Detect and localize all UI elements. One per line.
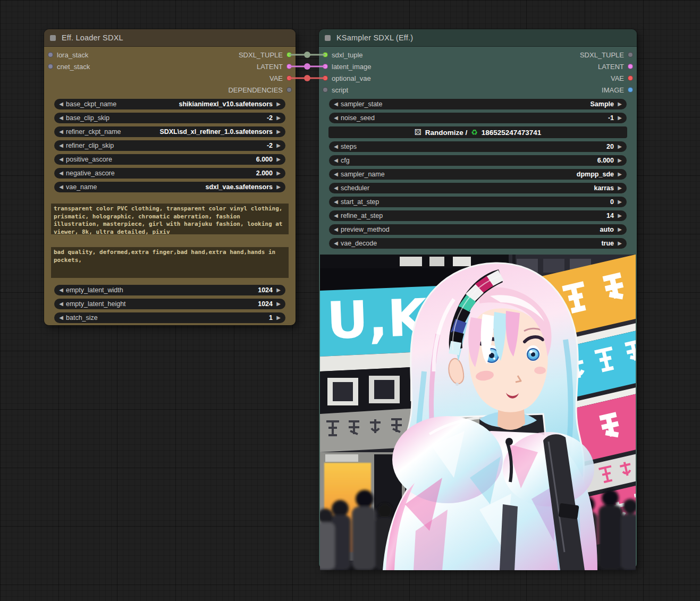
widget-base-ckpt-name[interactable]: ◀ base_ckpt_name shikianimexl_v10.safete… (54, 99, 285, 109)
widget-refiner-clip-skip[interactable]: ◀ refiner_clip_skip -2 ▶ (54, 140, 285, 151)
port-label: LATENT (598, 63, 624, 71)
decrement-arrow-icon[interactable]: ◀ (332, 169, 340, 180)
increment-arrow-icon[interactable]: ▶ (615, 183, 624, 193)
decrement-arrow-icon[interactable]: ◀ (57, 285, 65, 295)
increment-arrow-icon[interactable]: ▶ (274, 312, 283, 323)
port-dot-icon[interactable] (628, 52, 633, 57)
widget-vae-name[interactable]: ◀ vae_name sdxl_vae.safetensors ▶ (54, 182, 285, 192)
decrement-arrow-icon[interactable]: ◀ (57, 312, 65, 323)
widget-refine-at-step[interactable]: ◀ refine_at_step 14 ▶ (329, 210, 627, 221)
port-dot-icon[interactable] (286, 87, 292, 92)
widget-negative-ascore[interactable]: ◀ negative_ascore 2.000 ▶ (54, 168, 285, 179)
increment-arrow-icon[interactable]: ▶ (274, 285, 283, 295)
increment-arrow-icon[interactable]: ▶ (274, 182, 283, 192)
widget-empty-latent-height[interactable]: ◀ empty_latent_height 1024 ▶ (54, 299, 285, 309)
output-port-sdxl-tuple[interactable]: SDXL_TUPLE (580, 51, 633, 59)
increment-arrow-icon[interactable]: ▶ (615, 224, 624, 235)
port-dot-icon[interactable] (628, 87, 633, 92)
port-dot-icon[interactable] (628, 75, 633, 81)
widget-preview-method[interactable]: ◀ preview_method auto ▶ (329, 224, 627, 235)
widget-sampler-state[interactable]: ◀ sampler_state Sample ▶ (329, 99, 627, 109)
decrement-arrow-icon[interactable]: ◀ (57, 299, 65, 309)
output-port-latent[interactable]: LATENT (257, 63, 292, 71)
decrement-arrow-icon[interactable]: ◀ (332, 197, 340, 207)
increment-arrow-icon[interactable]: ▶ (615, 197, 624, 207)
decrement-arrow-icon[interactable]: ◀ (332, 99, 340, 109)
input-port-sdxl-tuple[interactable]: sdxl_tuple (323, 51, 363, 59)
decrement-arrow-icon[interactable]: ◀ (332, 224, 340, 235)
widget-cfg[interactable]: ◀ cfg 6.000 ▶ (329, 155, 627, 166)
increment-arrow-icon[interactable]: ▶ (274, 140, 283, 151)
widget-refiner-ckpt-name[interactable]: ◀ refiner_ckpt_name SDXL\sd_xl_refiner_1… (54, 126, 285, 137)
widget-sampler-name[interactable]: ◀ sampler_name dpmpp_sde ▶ (329, 169, 627, 180)
increment-arrow-icon[interactable]: ▶ (274, 168, 283, 179)
randomize-seed-button[interactable]: ⚄ Randomize / ♻ 186525247473741 (328, 126, 627, 138)
decrement-arrow-icon[interactable]: ◀ (57, 126, 65, 137)
graph-canvas[interactable]: Eff. Loader SDXL lora_stack SDXL_TUPLE (0, 0, 700, 601)
port-dot-icon[interactable] (48, 64, 53, 69)
output-port-latent[interactable]: LATENT (598, 63, 633, 71)
decrement-arrow-icon[interactable]: ◀ (332, 238, 340, 249)
node-ksampler-sdxl-eff[interactable]: KSampler SDXL (Eff.) sdxl_tuple SDXL_TUP… (319, 29, 637, 569)
decrement-arrow-icon[interactable]: ◀ (57, 182, 65, 192)
output-port-image[interactable]: IMAGE (602, 86, 633, 94)
port-label: SDXL_TUPLE (239, 51, 283, 59)
port-dot-icon[interactable] (628, 64, 633, 69)
increment-arrow-icon[interactable]: ▶ (615, 155, 624, 166)
widget-batch-size[interactable]: ◀ batch_size 1 ▶ (54, 312, 285, 323)
collapse-box-icon[interactable] (325, 35, 331, 41)
decrement-arrow-icon[interactable]: ◀ (332, 210, 340, 221)
decrement-arrow-icon[interactable]: ◀ (57, 99, 65, 109)
increment-arrow-icon[interactable]: ▶ (274, 299, 283, 309)
input-port-script[interactable]: script (323, 86, 348, 94)
port-dot-icon[interactable] (323, 52, 328, 57)
node-eff-loader-sdxl[interactable]: Eff. Loader SDXL lora_stack SDXL_TUPLE (44, 29, 296, 325)
increment-arrow-icon[interactable]: ▶ (615, 238, 624, 249)
port-dot-icon[interactable] (323, 75, 328, 81)
output-port-vae[interactable]: VAE (611, 74, 633, 82)
decrement-arrow-icon[interactable]: ◀ (332, 141, 340, 152)
increment-arrow-icon[interactable]: ▶ (274, 113, 283, 123)
widget-vae-decode[interactable]: ◀ vae_decode true ▶ (329, 238, 627, 249)
output-port-sdxl-tuple[interactable]: SDXL_TUPLE (239, 51, 292, 59)
increment-arrow-icon[interactable]: ▶ (274, 126, 283, 137)
increment-arrow-icon[interactable]: ▶ (615, 141, 624, 152)
port-dot-icon[interactable] (286, 64, 292, 69)
increment-arrow-icon[interactable]: ▶ (615, 210, 624, 221)
widget-start-at-step[interactable]: ◀ start_at_step 0 ▶ (329, 197, 627, 207)
increment-arrow-icon[interactable]: ▶ (615, 169, 624, 180)
increment-arrow-icon[interactable]: ▶ (615, 113, 624, 123)
negative-prompt-textarea[interactable]: bad quality, deformed,extra finger,bad h… (51, 247, 289, 278)
positive-prompt-textarea[interactable]: transparent color PVC clothing, transpar… (51, 204, 289, 234)
widget-steps[interactable]: ◀ steps 20 ▶ (329, 141, 627, 152)
widget-noise-seed[interactable]: ◀ noise_seed -1 ▶ (329, 113, 627, 123)
decrement-arrow-icon[interactable]: ◀ (57, 113, 65, 123)
decrement-arrow-icon[interactable]: ◀ (57, 168, 65, 179)
node-header[interactable]: KSampler SDXL (Eff.) (319, 29, 637, 47)
decrement-arrow-icon[interactable]: ◀ (57, 140, 65, 151)
input-port-latent-image[interactable]: latent_image (323, 63, 371, 71)
port-dot-icon[interactable] (323, 87, 328, 92)
port-dot-icon[interactable] (48, 52, 53, 57)
port-dot-icon[interactable] (286, 75, 292, 81)
increment-arrow-icon[interactable]: ▶ (615, 99, 624, 109)
decrement-arrow-icon[interactable]: ◀ (332, 113, 340, 123)
increment-arrow-icon[interactable]: ▶ (274, 99, 283, 109)
input-port-optional-vae[interactable]: optional_vae (323, 74, 371, 82)
widget-base-clip-skip[interactable]: ◀ base_clip_skip -2 ▶ (54, 113, 285, 123)
widget-positive-ascore[interactable]: ◀ positive_ascore 6.000 ▶ (54, 154, 285, 165)
widget-empty-latent-width[interactable]: ◀ empty_latent_width 1024 ▶ (54, 285, 285, 295)
collapse-box-icon[interactable] (50, 35, 56, 41)
input-port-cnet-stack[interactable]: cnet_stack (48, 63, 90, 71)
decrement-arrow-icon[interactable]: ◀ (332, 155, 340, 166)
increment-arrow-icon[interactable]: ▶ (274, 154, 283, 165)
port-dot-icon[interactable] (323, 64, 328, 69)
widget-scheduler[interactable]: ◀ scheduler karras ▶ (329, 183, 627, 193)
decrement-arrow-icon[interactable]: ◀ (332, 183, 340, 193)
output-port-dependencies[interactable]: DEPENDENCIES (228, 86, 292, 94)
node-header[interactable]: Eff. Loader SDXL (44, 29, 296, 47)
decrement-arrow-icon[interactable]: ◀ (57, 154, 65, 165)
port-dot-icon[interactable] (286, 52, 292, 57)
output-port-vae[interactable]: VAE (269, 74, 292, 82)
input-port-lora-stack[interactable]: lora_stack (48, 51, 88, 59)
